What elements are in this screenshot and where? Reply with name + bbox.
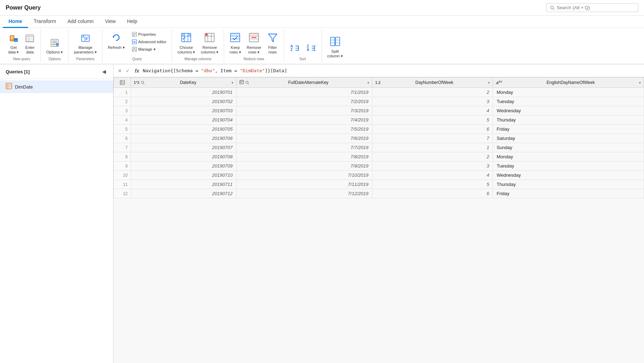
search-icon-fulldate — [245, 81, 249, 85]
ribbon-tabs: Home Transform Add column View Help — [0, 16, 644, 28]
svg-rect-78 — [120, 80, 124, 85]
query-item-dimdate[interactable]: DimDate — [0, 80, 113, 93]
manage-parameters-icon — [80, 33, 90, 45]
cell-englishdaynameofweek: Tuesday — [493, 161, 644, 171]
svg-rect-88 — [240, 83, 241, 83]
svg-rect-84 — [240, 80, 244, 84]
svg-rect-51 — [231, 33, 240, 36]
keep-rows-button[interactable]: Keeprows ▾ — [227, 30, 243, 56]
cell-fulldatealternatekey: 7/9/2019 — [236, 161, 372, 171]
svg-rect-39 — [182, 33, 184, 36]
tab-help[interactable]: Help — [121, 16, 143, 28]
tab-view[interactable]: View — [99, 16, 121, 28]
cell-datekey: 20190709 — [131, 161, 237, 171]
table-row: 3 20190703 7/3/2019 4 Wednesday — [114, 106, 644, 115]
params-buttons: Manageparameters ▾ — [71, 30, 99, 56]
sort-az-button[interactable]: A Z — [287, 41, 302, 56]
split-column-button[interactable]: Splitcolumn ▾ — [325, 34, 346, 60]
manage-parameters-button[interactable]: Manageparameters ▾ — [71, 32, 99, 56]
table-row: 10 20190710 7/10/2019 4 Wednesday — [114, 171, 644, 180]
svg-line-1 — [553, 8, 554, 10]
collapse-panel-button[interactable]: ◀ — [101, 68, 107, 75]
advanced-editor-button[interactable]: M Advanced editor — [129, 38, 169, 45]
col-dropdown-englishdayname[interactable]: ▾ — [639, 81, 641, 85]
cell-englishdaynameofweek: Friday — [493, 189, 644, 198]
cell-daynumberofweek: 3 — [372, 161, 493, 171]
cell-datekey: 20190708 — [131, 152, 237, 161]
remove-rows-button[interactable]: Removerows ▾ — [244, 30, 264, 56]
cell-fulldatealternatekey: 7/5/2019 — [236, 125, 372, 134]
ribbon-group-split: Splitcolumn ▾ — [322, 29, 349, 62]
col-header-daynumberofweek[interactable]: 1.2 DayNumberOfWeek ▾ — [372, 78, 493, 88]
ribbon-group-new-query: + Getdata ▾ — [3, 29, 41, 62]
refresh-button[interactable]: Refresh ▾ — [105, 30, 127, 52]
row-number: 12 — [114, 189, 131, 198]
cell-fulldatealternatekey: 7/3/2019 — [236, 106, 372, 115]
manage-button[interactable]: Manage ▾ — [129, 46, 169, 53]
sort-za-icon: Z A — [306, 43, 316, 55]
ribbon-group-reduce-rows: Keeprows ▾ Removerows ▾ — [224, 29, 284, 62]
search-icon-datekey — [141, 81, 145, 85]
table-row: 12 20190712 7/12/2019 6 Friday — [114, 189, 644, 198]
tab-home[interactable]: Home — [3, 16, 28, 28]
svg-rect-3 — [11, 36, 13, 37]
sort-group-label: Sort — [287, 57, 319, 62]
formula-cancel-button[interactable]: ✕ — [116, 67, 123, 74]
filter-rows-label: Filterrows — [268, 45, 277, 55]
properties-button[interactable]: Properties — [129, 31, 169, 38]
split-column-icon — [329, 36, 341, 49]
cell-datekey: 20190710 — [131, 171, 237, 180]
cell-fulldatealternatekey: 7/6/2019 — [236, 134, 372, 143]
queries-title: Queries [1] — [6, 69, 30, 74]
table-row: 8 20190708 7/8/2019 2 Monday — [114, 152, 644, 161]
svg-point-90 — [246, 81, 248, 83]
choose-columns-button[interactable]: Choosecolumns ▾ — [175, 30, 198, 56]
svg-rect-24 — [85, 38, 88, 39]
row-number: 3 — [114, 106, 131, 115]
col-dropdown-daynumber[interactable]: ▾ — [488, 81, 490, 85]
cell-englishdaynameofweek: Thursday — [493, 180, 644, 189]
split-buttons: Splitcolumn ▾ — [325, 30, 346, 60]
main-content: Queries [1] ◀ DimDate ✕ — [0, 64, 644, 363]
new-query-label: New query — [6, 57, 38, 62]
cell-daynumberofweek: 7 — [372, 134, 493, 143]
enter-data-button[interactable]: Enterdata — [22, 32, 38, 56]
cell-fulldatealternatekey: 7/7/2019 — [236, 143, 372, 152]
cell-datekey: 20190701 — [131, 88, 237, 97]
tab-add-column[interactable]: Add column — [62, 16, 99, 28]
sort-za-button[interactable]: Z A — [303, 41, 319, 56]
options-button[interactable]: ⚙ Options ▾ — [44, 36, 65, 56]
cell-daynumberofweek: 4 — [372, 171, 493, 180]
search-input[interactable] — [557, 5, 634, 10]
cell-fulldatealternatekey: 7/1/2019 — [236, 88, 372, 97]
query-small-buttons: Properties M Advanced editor — [129, 31, 169, 53]
get-data-label: Getdata ▾ — [8, 45, 19, 55]
cell-datekey: 20190711 — [131, 180, 237, 189]
col-dropdown-fulldate[interactable]: ▾ — [367, 81, 369, 85]
formula-confirm-button[interactable]: ✓ — [124, 67, 131, 74]
table-body: 1 20190701 7/1/2019 2 Monday 2 20190702 … — [114, 88, 644, 198]
enter-data-label: Enterdata — [25, 45, 34, 55]
svg-rect-55 — [249, 33, 259, 36]
svg-point-82 — [141, 81, 143, 83]
cell-englishdaynameofweek: Thursday — [493, 115, 644, 125]
remove-columns-button[interactable]: Removecolumns ▾ — [198, 30, 221, 56]
col-dropdown-datekey[interactable]: ▾ — [232, 81, 233, 85]
refresh-icon — [111, 32, 122, 45]
cell-englishdaynameofweek: Sunday — [493, 143, 644, 152]
ribbon: Home Transform Add column View Help — [0, 16, 644, 64]
col-header-fulldatealternatekey[interactable]: FullDateAlternateKey ▾ — [236, 78, 372, 88]
ribbon-group-sort: A Z Z A — [284, 29, 322, 62]
data-table-container[interactable]: 1²3 DateKey ▾ — [113, 77, 644, 363]
get-data-button[interactable]: + Getdata ▾ — [6, 32, 21, 56]
col-header-datekey[interactable]: 1²3 DateKey ▾ — [131, 78, 237, 88]
svg-rect-69 — [335, 37, 340, 46]
cell-englishdaynameofweek: Tuesday — [493, 97, 644, 106]
filter-rows-button[interactable]: Filterrows — [265, 30, 281, 56]
tab-transform[interactable]: Transform — [28, 16, 62, 28]
query-group-label: Query — [105, 57, 169, 62]
col-header-englishdaynameofweek[interactable]: ABC EnglishDayNameOfWeek ▾ — [493, 78, 644, 88]
search-box[interactable] — [546, 3, 638, 12]
advanced-editor-icon: M — [132, 39, 137, 44]
table-row: 7 20190707 7/7/2019 1 Sunday — [114, 143, 644, 152]
